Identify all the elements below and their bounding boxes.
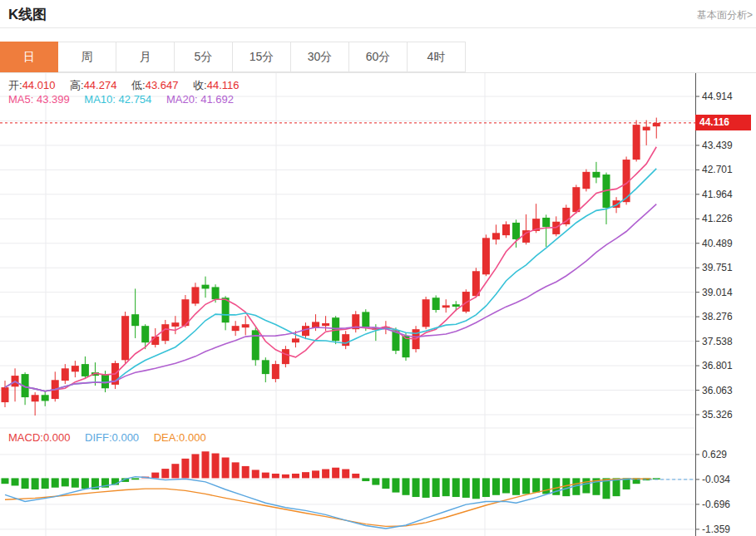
page-title: K线图 [8, 5, 47, 24]
kline-chart-canvas[interactable]: 44.91444.17643.43942.70141.96441.22640.4… [0, 73, 756, 536]
svg-text:39.751: 39.751 [702, 262, 733, 273]
svg-text:36.801: 36.801 [702, 360, 733, 371]
tab-5min[interactable]: 5分 [175, 42, 233, 72]
widget-header: K线图 基本面分析> [0, 0, 756, 28]
chart-area[interactable]: 44.91444.17643.43942.70141.96441.22640.4… [0, 73, 756, 536]
svg-text:41.964: 41.964 [702, 189, 733, 200]
svg-text:40.489: 40.489 [702, 238, 733, 249]
svg-text:37.538: 37.538 [702, 336, 733, 347]
tab-week[interactable]: 周 [58, 42, 116, 72]
tab-day[interactable]: 日 [0, 42, 58, 72]
svg-text:-1.359: -1.359 [702, 524, 730, 535]
svg-text:42.701: 42.701 [702, 164, 733, 175]
svg-text:0.629: 0.629 [702, 449, 727, 460]
current-price-tag: 44.116 [695, 115, 751, 130]
svg-text:36.063: 36.063 [702, 385, 733, 396]
tab-60min[interactable]: 60分 [349, 42, 408, 72]
svg-text:-0.696: -0.696 [702, 499, 730, 510]
svg-text:39.014: 39.014 [702, 287, 733, 298]
svg-text:41.226: 41.226 [702, 213, 733, 224]
fundamental-analysis-link[interactable]: 基本面分析> [697, 8, 753, 22]
svg-text:44.914: 44.914 [702, 91, 733, 102]
tab-30min[interactable]: 30分 [291, 42, 349, 72]
tab-month[interactable]: 月 [116, 42, 175, 72]
tab-4hour[interactable]: 4时 [408, 42, 466, 72]
period-tabs: 日 周 月 5分 15分 30分 60分 4时 [0, 42, 756, 73]
svg-text:35.326: 35.326 [702, 409, 733, 420]
svg-text:38.276: 38.276 [702, 311, 733, 322]
tab-15min[interactable]: 15分 [233, 42, 291, 72]
svg-text:43.439: 43.439 [702, 140, 733, 151]
svg-text:-0.034: -0.034 [702, 474, 730, 485]
